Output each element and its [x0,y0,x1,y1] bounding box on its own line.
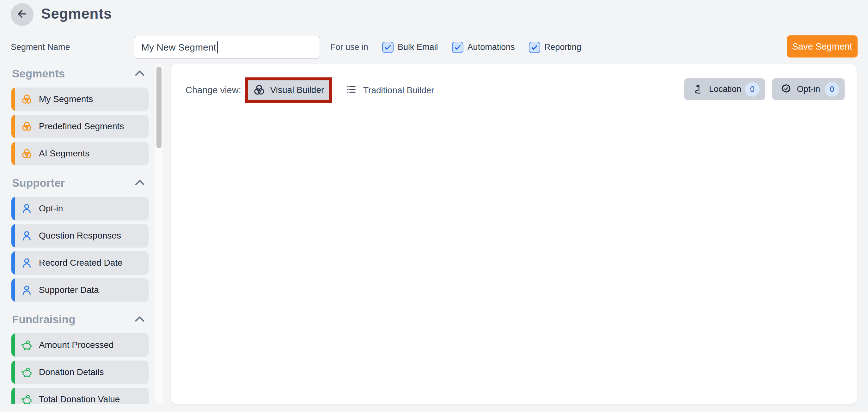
chevron-up-icon[interactable] [135,179,145,187]
sidebar: Segments My Segments Predefined Segments [11,64,149,404]
accent-bar [11,333,15,357]
builder-panel: Change view: Visual Builder Traditional … [171,64,857,404]
arrow-left-icon [16,8,28,21]
sidebar-item-label: Record Created Date [39,258,123,268]
section-title: Supporter [12,177,65,189]
chevron-up-icon[interactable] [135,70,145,77]
segment-name-label: Segment Name [11,42,70,52]
sidebar-section-supporter-header[interactable]: Supporter [11,176,149,190]
venn-diagram-icon [21,121,33,132]
piggy-bank-icon [21,339,33,351]
sidebar-item-record-created-date[interactable]: Record Created Date [11,251,149,275]
sidebar-item-predefined-segments[interactable]: Predefined Segments [11,115,149,138]
visual-builder-label: Visual Builder [270,85,324,95]
sidebar-item-amount-processed[interactable]: Amount Processed [11,333,149,357]
sidebar-item-ai-segments[interactable]: AI Segments [11,142,149,165]
sidebar-item-question-responses[interactable]: Question Responses [11,224,149,247]
visual-builder-button[interactable]: Visual Builder [248,80,329,100]
sidebar-item-label: Donation Details [39,367,104,377]
accent-bar [11,251,15,275]
sidebar-item-label: AI Segments [39,149,89,159]
venn-diagram-icon [21,94,33,105]
checkbox-checked-icon[interactable] [452,42,463,53]
piggy-bank-icon [21,367,33,378]
sidebar-item-label: Opt-in [39,203,63,214]
sidebar-item-label: Supporter Data [39,285,99,295]
sidebar-scrollbar-track[interactable] [155,64,163,404]
traditional-builder-label: Traditional Builder [363,85,434,95]
sidebar-scrollbar-thumb[interactable] [156,67,161,148]
visual-builder-highlight-box: Visual Builder [245,77,332,103]
sidebar-section-segments-header[interactable]: Segments [11,67,149,81]
accent-bar [11,142,15,165]
sidebar-section-fundraising-header[interactable]: Fundraising [11,313,149,326]
traditional-builder-button[interactable]: Traditional Builder [346,84,434,97]
accent-bar [11,278,15,302]
checkbox-label: Automations [467,42,515,52]
opt-in-filter-button[interactable]: Opt-in 0 [772,78,845,100]
accent-bar [11,360,15,384]
for-use-in-group: For use in Bulk Email Automations Report… [330,36,581,59]
venn-diagram-icon [21,148,33,160]
save-segment-button[interactable]: Save Segment [787,35,858,58]
person-icon [21,257,33,269]
segments-page: Segments Segment Name My New Segment For… [0,0,868,412]
sidebar-item-my-segments[interactable]: My Segments [11,88,149,111]
back-button[interactable] [11,3,33,26]
accent-bar [11,224,15,247]
for-use-in-label: For use in [330,42,368,52]
change-view-label: Change view: [186,85,241,95]
sidebar-item-supporter-data[interactable]: Supporter Data [11,278,149,302]
accent-bar [11,388,15,404]
chevron-up-icon[interactable] [135,316,145,323]
page-title: Segments [41,5,112,22]
accent-bar [11,88,15,111]
checkbox-checked-icon[interactable] [529,42,540,53]
sidebar-item-donation-details[interactable]: Donation Details [11,360,149,384]
checkbox-reporting[interactable]: Reporting [529,42,581,53]
list-icon [346,84,356,97]
checkbox-label: Reporting [544,42,581,52]
sidebar-item-label: My Segments [39,94,93,104]
person-icon [21,230,33,242]
checkbox-checked-icon[interactable] [382,42,394,53]
sidebar-item-opt-in[interactable]: Opt-in [11,197,149,220]
checkbox-automations[interactable]: Automations [452,42,515,53]
segment-name-input[interactable]: My New Segment [134,36,320,59]
sidebar-item-label: Amount Processed [39,340,114,350]
piggy-bank-icon [21,394,33,404]
sidebar-item-total-donation-value[interactable]: Total Donation Value [11,388,149,404]
golf-flag-icon [693,84,704,95]
opt-in-filter-label: Opt-in [797,84,820,94]
location-filter-label: Location [709,84,741,94]
accent-bar [11,115,15,138]
sidebar-item-label: Predefined Segments [39,121,124,131]
person-icon [21,203,33,215]
location-filter-count-badge: 0 [745,82,760,97]
section-title: Segments [12,67,65,80]
text-caret [217,41,218,54]
location-filter-button[interactable]: Location 0 [684,78,765,100]
accent-bar [11,197,15,220]
section-title: Fundraising [12,313,75,326]
checkbox-bulk-email[interactable]: Bulk Email [382,42,438,53]
checkbox-label: Bulk Email [398,42,438,52]
person-icon [21,284,33,296]
sidebar-item-label: Question Responses [39,231,121,241]
opt-in-filter-count-badge: 0 [825,82,839,97]
seal-check-icon [781,84,792,95]
sidebar-item-label: Total Donation Value [39,394,120,404]
segment-name-value: My New Segment [141,42,216,53]
